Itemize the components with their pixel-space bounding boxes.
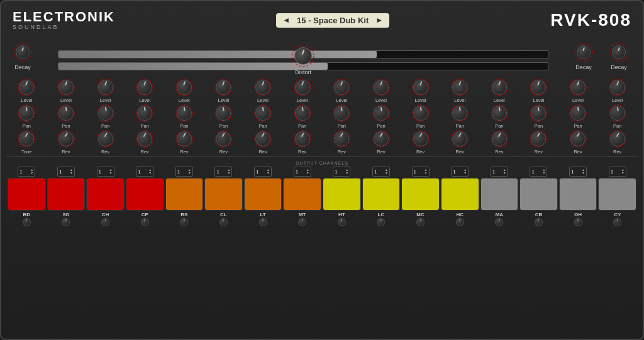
spinbox-BD[interactable]: 1▲▼ — [18, 167, 35, 177]
tiny-knob-LC[interactable] — [377, 218, 385, 226]
ch-MT-level-knob[interactable] — [295, 80, 310, 95]
pad-OH[interactable] — [559, 178, 597, 211]
spinbox-CL-arrows[interactable]: ▲▼ — [227, 168, 230, 175]
pad-SD[interactable] — [47, 178, 86, 211]
pad-BD[interactable] — [8, 178, 46, 211]
spinbox-MC[interactable]: 1▲▼ — [412, 167, 430, 177]
ch-HC-level-knob[interactable] — [452, 80, 467, 95]
ch-MT-tonerev-knob[interactable] — [295, 131, 310, 146]
spinbox-LT[interactable]: 1▲▼ — [254, 167, 272, 177]
tiny-knob-CH[interactable] — [101, 218, 109, 226]
ch-RS-tonerev-knob[interactable] — [177, 131, 192, 146]
spinbox-CP[interactable]: 1▲▼ — [136, 167, 153, 177]
tiny-knob-MA[interactable] — [495, 218, 503, 226]
pad-HC[interactable] — [441, 178, 479, 211]
global-decay-right2-knob[interactable] — [612, 45, 626, 59]
ch-RS-level-knob[interactable] — [177, 80, 192, 95]
global-decay-right1-knob[interactable] — [577, 45, 591, 59]
ch-CP-pan-knob[interactable] — [137, 106, 152, 121]
spinbox-CB[interactable]: 1▲▼ — [530, 167, 547, 177]
pad-CH[interactable] — [86, 178, 125, 211]
pad-CY[interactable] — [598, 178, 636, 211]
pad-CL[interactable] — [204, 178, 243, 211]
ch-MA-pan-knob[interactable] — [492, 106, 507, 121]
ch-SD-level-knob[interactable] — [58, 80, 74, 95]
tiny-knob-OH[interactable] — [574, 218, 582, 226]
spinbox-HC-arrows[interactable]: ▲▼ — [464, 168, 467, 175]
tiny-knob-CP[interactable] — [141, 218, 149, 226]
spinbox-MC-arrows[interactable]: ▲▼ — [425, 168, 428, 175]
spinbox-OH-arrows[interactable]: ▲▼ — [582, 168, 585, 175]
tiny-knob-CY[interactable] — [613, 218, 621, 226]
ch-MA-tonerev-knob[interactable] — [492, 131, 507, 146]
distort-knob[interactable] — [294, 47, 312, 65]
spinbox-CH[interactable]: 1▲▼ — [97, 167, 114, 177]
spinbox-LT-arrows[interactable]: ▲▼ — [267, 168, 270, 175]
ch-MA-level-knob[interactable] — [492, 80, 507, 95]
ch-HC-tonerev-knob[interactable] — [452, 131, 467, 146]
ch-CP-tonerev-knob[interactable] — [137, 131, 152, 146]
spinbox-HT-arrows[interactable]: ▲▼ — [345, 168, 348, 175]
ch-RS-pan-knob[interactable] — [177, 106, 192, 121]
ch-LT-level-knob[interactable] — [255, 80, 270, 95]
ch-CH-level-knob[interactable] — [98, 80, 113, 95]
ch-LC-level-knob[interactable] — [374, 80, 389, 95]
pad-LC[interactable] — [362, 178, 401, 211]
spinbox-MA-arrows[interactable]: ▲▼ — [503, 168, 506, 175]
ch-LT-pan-knob[interactable] — [255, 106, 270, 121]
spinbox-SD-arrows[interactable]: ▲▼ — [70, 168, 73, 175]
spinbox-CH-arrows[interactable]: ▲▼ — [109, 168, 113, 175]
pad-CB[interactable] — [519, 178, 558, 211]
spinbox-SD[interactable]: 1▲▼ — [57, 167, 75, 177]
spinbox-LC-arrows[interactable]: ▲▼ — [385, 168, 388, 175]
preset-selector[interactable]: ◄ 15 - Space Dub Kit ► — [276, 13, 389, 28]
ch-CP-level-knob[interactable] — [137, 80, 152, 95]
ch-HC-pan-knob[interactable] — [452, 106, 467, 121]
spinbox-CP-arrows[interactable]: ▲▼ — [148, 168, 152, 175]
pad-MT[interactable] — [283, 178, 321, 211]
tiny-knob-LT[interactable] — [259, 218, 267, 226]
spinbox-CB-arrows[interactable]: ▲▼ — [542, 168, 545, 175]
spinbox-HC[interactable]: 1▲▼ — [451, 167, 469, 177]
pad-MC[interactable] — [401, 178, 440, 211]
ch-LT-tonerev-knob[interactable] — [255, 131, 270, 146]
tiny-knob-SD[interactable] — [62, 218, 70, 226]
tiny-knob-HT[interactable] — [338, 218, 346, 226]
spinbox-MA[interactable]: 1▲▼ — [491, 167, 508, 177]
ch-SD-tonerev-knob[interactable] — [58, 131, 74, 146]
pad-MA[interactable] — [480, 178, 519, 211]
ch-OH-pan-knob[interactable] — [570, 106, 586, 121]
spinbox-LC[interactable]: 1▲▼ — [372, 167, 390, 177]
ch-CY-level-knob[interactable] — [610, 80, 625, 95]
pad-LT[interactable] — [244, 178, 282, 211]
ch-SD-pan-knob[interactable] — [58, 106, 74, 121]
ch-MC-level-knob[interactable] — [413, 80, 428, 95]
ch-CH-tonerev-knob[interactable] — [98, 131, 113, 146]
ch-OH-level-knob[interactable] — [570, 80, 586, 95]
spinbox-HT[interactable]: 1▲▼ — [333, 167, 350, 177]
tiny-knob-BD[interactable] — [23, 218, 31, 226]
preset-prev-arrow[interactable]: ◄ — [282, 16, 290, 25]
ch-MC-tonerev-knob[interactable] — [413, 131, 428, 146]
spinbox-RS-arrows[interactable]: ▲▼ — [188, 168, 191, 175]
pad-HT[interactable] — [323, 178, 361, 211]
tiny-knob-HC[interactable] — [456, 218, 464, 226]
tiny-knob-CL[interactable] — [219, 218, 228, 226]
ch-MT-pan-knob[interactable] — [295, 106, 310, 121]
global-decay-left-knob[interactable] — [16, 45, 30, 59]
pad-RS[interactable] — [165, 178, 204, 211]
spinbox-BD-arrows[interactable]: ▲▼ — [30, 168, 33, 175]
spinbox-CY-arrows[interactable]: ▲▼ — [621, 168, 625, 175]
ch-LC-tonerev-knob[interactable] — [374, 131, 389, 146]
spinbox-CY[interactable]: 1▲▼ — [609, 167, 626, 177]
tiny-knob-MC[interactable] — [416, 218, 425, 226]
spinbox-MT[interactable]: 1▲▼ — [294, 167, 311, 177]
ch-CY-tonerev-knob[interactable] — [610, 131, 625, 146]
ch-MC-pan-knob[interactable] — [413, 106, 428, 121]
spinbox-RS[interactable]: 1▲▼ — [175, 167, 193, 177]
spinbox-MT-arrows[interactable]: ▲▼ — [306, 168, 309, 175]
preset-next-arrow[interactable]: ► — [375, 16, 383, 25]
tiny-knob-RS[interactable] — [180, 218, 188, 226]
spinbox-OH[interactable]: 1▲▼ — [569, 167, 587, 177]
tiny-knob-MT[interactable] — [298, 218, 306, 226]
